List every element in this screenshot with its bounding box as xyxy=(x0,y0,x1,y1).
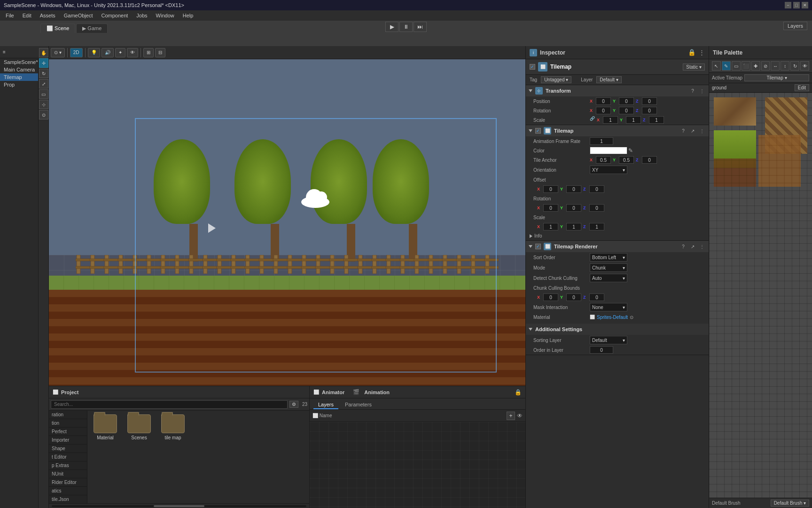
tm-scale-y-input[interactable] xyxy=(566,223,581,230)
scrollbar-track[interactable] xyxy=(52,505,306,507)
tilemap-active-checkbox[interactable]: ✓ xyxy=(535,128,541,134)
layer-value[interactable]: Default ▾ xyxy=(596,76,621,83)
rotation-z-input[interactable] xyxy=(642,107,657,114)
rotation-y-input[interactable] xyxy=(619,107,634,114)
tile-anchor-x-input[interactable] xyxy=(596,156,611,164)
material-select-btn[interactable]: ⊙ xyxy=(630,315,633,320)
menu-window[interactable]: Window xyxy=(152,12,178,19)
gizmos-dropdown[interactable]: ⊙ ▾ xyxy=(51,48,65,57)
inspector-lock[interactable]: 🔒 xyxy=(688,49,696,56)
tm-rot-y-input[interactable] xyxy=(566,204,581,212)
pause-button[interactable]: ⏸ xyxy=(399,22,413,32)
snap-settings[interactable]: ⊟ xyxy=(155,48,165,57)
renderer-active-checkbox[interactable]: ✓ xyxy=(535,244,541,249)
folder-material[interactable]: Material xyxy=(91,414,119,440)
game-tab[interactable]: ▶ Game xyxy=(76,24,108,33)
left-item-extras[interactable]: p Extras xyxy=(49,461,87,470)
project-scrollbar[interactable] xyxy=(49,503,309,508)
position-x-input[interactable] xyxy=(596,97,611,105)
asset-search[interactable] xyxy=(51,400,288,409)
palette-eye-btn[interactable]: 👁 xyxy=(800,61,809,71)
transform-header[interactable]: ⊹ Transform ? ⋮ xyxy=(526,85,709,96)
menu-help[interactable]: Help xyxy=(179,12,197,19)
tm-rot-x-input[interactable] xyxy=(543,204,558,212)
light-toggle[interactable]: 💡 xyxy=(88,48,100,57)
order-in-layer-input[interactable] xyxy=(590,346,613,354)
asset-options-btn[interactable]: ⚙ xyxy=(289,401,298,408)
chunk-x-input[interactable] xyxy=(543,294,558,301)
scale-y-input[interactable] xyxy=(626,116,641,124)
color-field[interactable] xyxy=(590,147,627,154)
info-toggle[interactable]: Info xyxy=(526,231,709,240)
tm-scale-z-input[interactable] xyxy=(589,223,604,230)
add-param-btn[interactable]: + xyxy=(507,412,515,420)
folder-tilemap[interactable]: tile map xyxy=(159,414,187,440)
offset-y-input[interactable] xyxy=(566,185,581,193)
rect-tool[interactable]: ▭ xyxy=(39,89,48,99)
renderer-help-btn[interactable]: ? xyxy=(679,243,687,250)
palette-select-btn[interactable]: ↖ xyxy=(712,61,721,71)
tile-anchor-z-input[interactable] xyxy=(642,156,657,164)
palette-flip-y-btn[interactable]: ↕ xyxy=(781,61,789,71)
palette-erase-btn[interactable]: ⊘ xyxy=(761,61,770,71)
close-button[interactable]: ✕ xyxy=(802,2,808,8)
left-item-importer[interactable]: Importer xyxy=(49,436,87,444)
inspector-menu[interactable]: ⋮ xyxy=(699,49,705,56)
additional-settings-header[interactable]: Additional Settings xyxy=(526,324,709,335)
orientation-dropdown[interactable]: XY ▾ xyxy=(590,166,627,174)
palette-box-btn[interactable]: ▭ xyxy=(732,61,741,71)
grid-toggle[interactable]: ⊞ xyxy=(143,48,154,57)
step-button[interactable]: ⏭ xyxy=(414,22,427,32)
menu-assets[interactable]: Assets xyxy=(36,12,59,19)
left-item-json[interactable]: tile.Json xyxy=(49,495,87,503)
left-item-atics[interactable]: atics xyxy=(49,487,87,495)
position-y-input[interactable] xyxy=(619,97,634,105)
transform-options-btn[interactable]: ⋮ xyxy=(698,87,706,95)
tm-rot-z-input[interactable] xyxy=(589,204,604,212)
custom-tool[interactable]: ⊙ xyxy=(39,110,48,119)
hierarchy-scene[interactable]: SampleScene* xyxy=(0,58,38,66)
tab-layers[interactable]: Layers xyxy=(313,401,338,409)
tile-grid[interactable] xyxy=(709,93,812,498)
tilemap-help-btn[interactable]: ? xyxy=(679,127,687,135)
tile-anchor-y-input[interactable] xyxy=(619,156,634,164)
rotate-tool[interactable]: ↻ xyxy=(39,69,48,78)
maximize-button[interactable]: □ xyxy=(793,2,800,8)
palette-pick-btn[interactable]: ✚ xyxy=(751,61,760,71)
tilemap-options-btn[interactable]: ⋮ xyxy=(698,127,706,135)
menu-jobs[interactable]: Jobs xyxy=(133,12,151,19)
static-badge[interactable]: Static ▾ xyxy=(683,64,705,71)
audio-toggle[interactable]: 🔊 xyxy=(102,48,114,57)
palette-fill-btn[interactable]: ⬛ xyxy=(742,61,750,71)
detect-chunk-dropdown[interactable]: Auto ▾ xyxy=(590,274,627,282)
menu-component[interactable]: Component xyxy=(97,12,132,19)
mode-dropdown[interactable]: Chunk ▾ xyxy=(590,263,627,272)
fx-toggle[interactable]: ✦ xyxy=(115,48,125,57)
edit-palette-btn[interactable]: Edit xyxy=(795,84,809,91)
layers-button[interactable]: Layers xyxy=(783,22,807,30)
mask-interaction-dropdown[interactable]: None ▾ xyxy=(590,303,627,311)
tilemap-link-btn[interactable]: ↗ xyxy=(689,127,696,135)
scale-tool[interactable]: ⤢ xyxy=(39,79,48,88)
left-item-shape[interactable]: Shape xyxy=(49,444,87,453)
offset-z-input[interactable] xyxy=(589,185,604,193)
menu-file[interactable]: File xyxy=(2,12,18,19)
color-picker-btn[interactable]: ✎ xyxy=(628,147,633,154)
hand-tool[interactable]: ✋ xyxy=(39,48,48,57)
sorting-layer-dropdown[interactable]: Default ▾ xyxy=(590,336,627,344)
menu-edit[interactable]: Edit xyxy=(19,12,35,19)
anim-frame-rate-input[interactable] xyxy=(590,137,613,145)
play-button[interactable]: ▶ xyxy=(385,22,398,32)
left-item-editor[interactable]: t Editor xyxy=(49,453,87,461)
scale-z-input[interactable] xyxy=(649,116,664,124)
minimize-button[interactable]: − xyxy=(785,2,791,8)
scene-visibility[interactable]: 👁 xyxy=(127,48,138,57)
scene-tab[interactable]: ⬜ Scene xyxy=(40,24,75,33)
tm-scale-x-input[interactable] xyxy=(543,223,558,230)
palette-paint-btn[interactable]: ✎ xyxy=(722,61,731,71)
object-active-checkbox[interactable]: ✓ xyxy=(530,64,535,70)
tab-parameters[interactable]: Parameters xyxy=(340,401,376,409)
transform-tool[interactable]: ⊹ xyxy=(39,100,48,109)
active-tilemap-value[interactable]: Tilemap ▾ xyxy=(744,74,809,81)
scale-x-input[interactable] xyxy=(603,116,618,124)
